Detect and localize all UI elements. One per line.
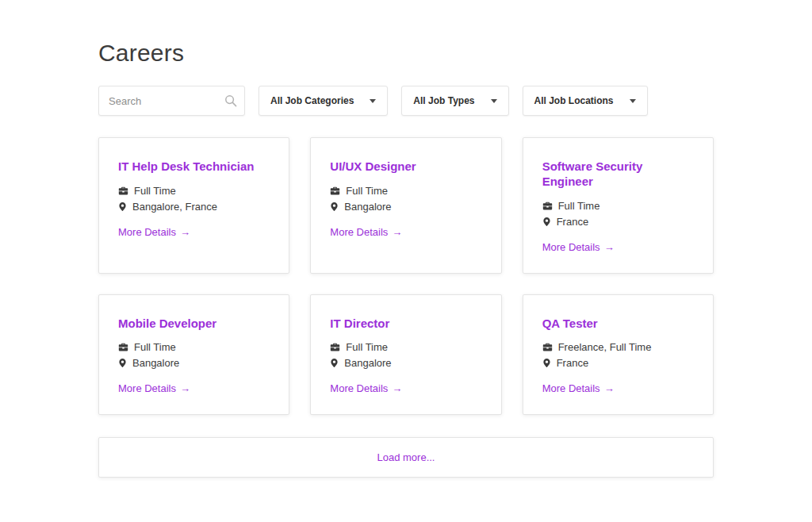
more-details-label: More Details [330, 382, 388, 394]
more-details-link[interactable]: More Details → [542, 382, 615, 394]
briefcase-icon [118, 186, 128, 196]
location-pin-icon [118, 202, 127, 212]
job-type-row: Freelance, Full Time [542, 341, 694, 353]
job-locations-dropdown[interactable]: All Job Locations [523, 86, 648, 116]
more-details-link[interactable]: More Details → [118, 382, 190, 394]
careers-page: Careers All Job Categories All Job Types… [98, 0, 714, 478]
more-details-link[interactable]: More Details → [330, 226, 402, 238]
job-location: Bangalore [344, 201, 391, 213]
job-location-row: Bangalore [330, 201, 481, 213]
more-details-label: More Details [330, 226, 388, 238]
job-categories-dropdown[interactable]: All Job Categories [259, 86, 388, 116]
job-card: QA Tester Freelance, Full Time France Mo… [523, 294, 714, 416]
job-location: Bangalore [132, 357, 179, 369]
location-pin-icon [542, 358, 551, 368]
load-more-button[interactable]: Load more... [98, 437, 714, 478]
page-title: Careers [98, 40, 714, 67]
job-location: France [557, 357, 588, 369]
job-title: QA Tester [542, 317, 694, 332]
more-details-link[interactable]: More Details → [330, 382, 402, 394]
more-details-label: More Details [118, 382, 176, 394]
job-type: Full Time [134, 341, 176, 353]
job-type: Full Time [558, 200, 600, 212]
more-details-label: More Details [542, 241, 600, 253]
more-details-label: More Details [118, 226, 176, 238]
job-location-row: Bangalore [118, 357, 270, 369]
job-card: Software Security Engineer Full Time Fra… [523, 137, 714, 274]
arrow-right-icon: → [604, 382, 615, 394]
job-location: France [557, 216, 588, 228]
job-location-row: France [542, 357, 694, 369]
job-card: IT Help Desk Technician Full Time Bangal… [98, 137, 289, 274]
location-pin-icon [118, 358, 127, 368]
arrow-right-icon: → [604, 241, 615, 253]
chevron-down-icon [491, 99, 497, 103]
job-types-dropdown-label: All Job Types [413, 95, 474, 106]
job-card: IT Director Full Time Bangalore More Det… [310, 294, 501, 416]
job-type-row: Full Time [330, 341, 481, 353]
job-type-row: Full Time [330, 185, 481, 197]
job-title: UI/UX Designer [330, 159, 481, 175]
briefcase-icon [542, 342, 553, 352]
more-details-link[interactable]: More Details → [542, 241, 615, 253]
job-location-row: France [542, 216, 694, 228]
job-type: Full Time [346, 185, 388, 197]
search-input[interactable] [98, 86, 245, 116]
job-location: Bangalore, France [132, 201, 217, 213]
chevron-down-icon [370, 99, 376, 103]
briefcase-icon [330, 186, 340, 196]
arrow-right-icon: → [180, 226, 190, 238]
job-locations-dropdown-label: All Job Locations [534, 95, 614, 106]
job-location-row: Bangalore [330, 357, 481, 369]
job-location-row: Bangalore, France [118, 201, 270, 213]
job-title: IT Director [330, 317, 481, 332]
job-type-row: Full Time [118, 185, 270, 197]
job-type: Full Time [346, 341, 388, 353]
job-location: Bangalore [344, 357, 391, 369]
job-type: Freelance, Full Time [558, 341, 652, 353]
briefcase-icon [542, 201, 553, 211]
location-pin-icon [330, 202, 339, 212]
job-types-dropdown[interactable]: All Job Types [401, 86, 508, 116]
search-field-wrap [98, 86, 245, 116]
search-icon [224, 94, 237, 107]
more-details-link[interactable]: More Details → [118, 226, 190, 238]
job-categories-dropdown-label: All Job Categories [270, 95, 354, 106]
job-type-row: Full Time [542, 200, 694, 212]
briefcase-icon [118, 342, 128, 352]
job-card: Mobile Developer Full Time Bangalore Mor… [98, 294, 289, 416]
job-type-row: Full Time [118, 341, 270, 353]
briefcase-icon [330, 342, 340, 352]
job-card: UI/UX Designer Full Time Bangalore More … [310, 137, 501, 274]
location-pin-icon [542, 217, 551, 227]
job-type: Full Time [134, 185, 176, 197]
filter-bar: All Job Categories All Job Types All Job… [98, 86, 714, 116]
arrow-right-icon: → [392, 226, 402, 238]
job-card-grid: IT Help Desk Technician Full Time Bangal… [98, 137, 714, 415]
more-details-label: More Details [542, 382, 600, 394]
job-title: Mobile Developer [118, 317, 270, 332]
arrow-right-icon: → [392, 382, 402, 394]
job-title: Software Security Engineer [542, 159, 694, 190]
arrow-right-icon: → [180, 382, 190, 394]
job-title: IT Help Desk Technician [118, 159, 270, 175]
chevron-down-icon [630, 99, 636, 103]
location-pin-icon [330, 358, 339, 368]
